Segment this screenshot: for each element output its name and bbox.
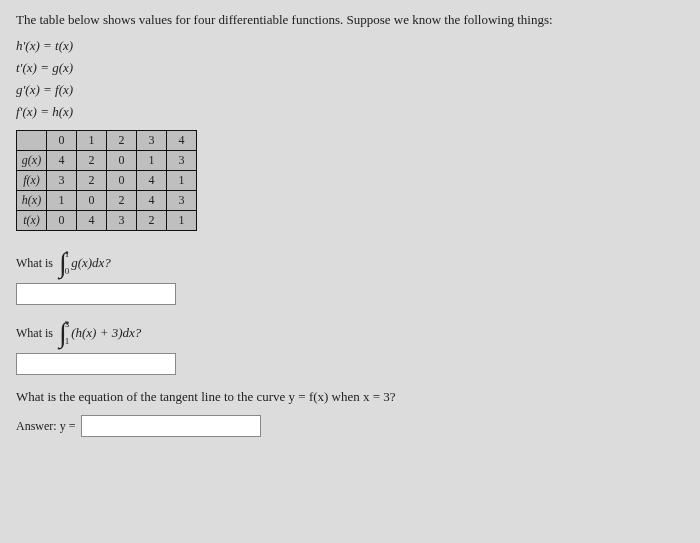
col-header: 1 [77,131,107,151]
q3-answer-input[interactable] [81,415,261,437]
table-row: f(x) 3 2 0 4 1 [17,171,197,191]
q2-prefix: What is [16,326,53,341]
q2-answer-input[interactable] [16,353,176,375]
row-label-f: f(x) [17,171,47,191]
equation-t-prime: t′(x) = g(x) [16,60,684,76]
equation-f-prime: f′(x) = h(x) [16,104,684,120]
cell: 4 [77,211,107,231]
cell: 3 [107,211,137,231]
cell: 4 [47,151,77,171]
problem-intro: The table below shows values for four di… [16,12,684,28]
question-1: What is ∫ 1 0 g(x)dx? [16,249,684,277]
row-label-h: h(x) [17,191,47,211]
q1-answer-input[interactable] [16,283,176,305]
table-corner [17,131,47,151]
cell: 4 [137,191,167,211]
table-row: g(x) 4 2 0 1 3 [17,151,197,171]
cell: 1 [47,191,77,211]
q3-answer-row: Answer: y = [16,415,684,437]
cell: 2 [77,151,107,171]
q1-integrand: g(x)dx? [71,255,111,271]
cell: 0 [107,151,137,171]
q3-answer-label: Answer: y = [16,419,75,434]
equation-g-prime: g′(x) = f(x) [16,82,684,98]
col-header: 3 [137,131,167,151]
col-header: 0 [47,131,77,151]
equation-h-prime: h′(x) = t(x) [16,38,684,54]
row-label-t: t(x) [17,211,47,231]
cell: 3 [167,151,197,171]
col-header: 2 [107,131,137,151]
col-header: 4 [167,131,197,151]
cell: 0 [107,171,137,191]
cell: 1 [137,151,167,171]
cell: 1 [167,171,197,191]
integral-icon: ∫ 3 1 (h(x) + 3)dx? [59,319,141,347]
cell: 2 [137,211,167,231]
row-label-g: g(x) [17,151,47,171]
cell: 2 [107,191,137,211]
table-row: t(x) 0 4 3 2 1 [17,211,197,231]
cell: 3 [167,191,197,211]
cell: 0 [47,211,77,231]
cell: 0 [77,191,107,211]
integral-icon: ∫ 1 0 g(x)dx? [59,249,111,277]
table-row: h(x) 1 0 2 4 3 [17,191,197,211]
q1-prefix: What is [16,256,53,271]
cell: 2 [77,171,107,191]
table-header-row: 0 1 2 3 4 [17,131,197,151]
cell: 3 [47,171,77,191]
cell: 4 [137,171,167,191]
values-table: 0 1 2 3 4 g(x) 4 2 0 1 3 f(x) 3 2 0 4 1 … [16,130,684,231]
q2-integrand: (h(x) + 3)dx? [71,325,141,341]
cell: 1 [167,211,197,231]
question-3: What is the equation of the tangent line… [16,389,684,405]
question-2: What is ∫ 3 1 (h(x) + 3)dx? [16,319,684,347]
